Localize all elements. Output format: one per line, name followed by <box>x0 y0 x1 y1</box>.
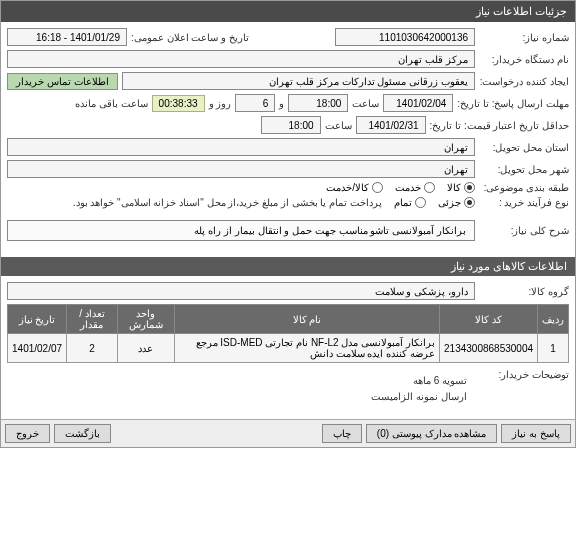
city-label: شهر محل تحویل: <box>479 164 569 175</box>
days-label: روز و <box>209 98 232 109</box>
contact-info-button[interactable]: اطلاعات تماس خریدار <box>7 73 118 90</box>
radio-service[interactable]: خدمت <box>395 182 435 193</box>
table-header-row: ردیف کد کالا نام کالا واحد شمارش تعداد /… <box>8 305 569 334</box>
reply-button[interactable]: پاسخ به نیاز <box>501 424 571 443</box>
radio-partial-dot <box>464 197 475 208</box>
goods-section-header: اطلاعات کالاهای مورد نیاز <box>1 257 575 276</box>
purchase-type-label: نوع فرآیند خرید : <box>479 197 569 208</box>
cell-qty: 2 <box>67 334 118 363</box>
purchase-type-radio-group: جزئی تمام <box>394 197 475 208</box>
req-no-value: 1101030642000136 <box>335 28 475 46</box>
radio-goods[interactable]: کالا <box>447 182 475 193</box>
radio-goods-label: کالا <box>447 182 461 193</box>
time-label-2: ساعت <box>325 120 352 131</box>
attachments-button[interactable]: مشاهده مدارک پیوستی (0) <box>366 424 498 443</box>
goods-table: ردیف کد کالا نام کالا واحد شمارش تعداد /… <box>7 304 569 363</box>
panel-title: جزئیات اطلاعات نیاز <box>476 5 567 17</box>
panel-header: جزئیات اطلاعات نیاز <box>1 1 575 22</box>
province-value: تهران <box>7 138 475 156</box>
deadline-time: 18:00 <box>288 94 348 112</box>
group-value: دارو، پزشکی و سلامت <box>7 282 475 300</box>
goods-area: گروه کالا: دارو، پزشکی و سلامت ردیف کد ک… <box>1 276 575 419</box>
notes-content: تسویه 6 ماهه ارسال نمونه الزامیست <box>363 369 475 409</box>
cell-name: برانکار آمبولانسی مدل NF-L2 نام تجارتی I… <box>175 334 440 363</box>
days-value: 6 <box>235 94 275 112</box>
province-label: استان محل تحویل: <box>479 142 569 153</box>
radio-full[interactable]: تمام <box>394 197 426 208</box>
category-label: طبقه بندی موضوعی: <box>479 182 569 193</box>
desc-box: برانکار آمبولانسی تاشو مناسب جهت حمل و ا… <box>7 220 475 241</box>
radio-goods-dot <box>464 182 475 193</box>
radio-partial-label: جزئی <box>438 197 461 208</box>
radio-both-label: کالا/خدمت <box>326 182 369 193</box>
print-button[interactable]: چاپ <box>322 424 362 443</box>
th-code: کد کالا <box>440 305 538 334</box>
radio-service-dot <box>424 182 435 193</box>
radio-both-dot <box>372 182 383 193</box>
and-label: و <box>279 98 284 109</box>
buyer-label: نام دستگاه خریدار: <box>479 54 569 65</box>
cell-unit: عدد <box>117 334 174 363</box>
radio-both[interactable]: کالا/خدمت <box>326 182 383 193</box>
deadline-date: 1401/02/04 <box>383 94 453 112</box>
radio-service-label: خدمت <box>395 182 421 193</box>
validity-label: حداقل تاریخ اعتبار قیمت: تا تاریخ: <box>430 120 569 131</box>
purchase-note: پرداخت تمام یا بخشی از مبلغ خرید،از محل … <box>73 197 382 208</box>
th-qty: تعداد / مقدار <box>67 305 118 334</box>
city-value: تهران <box>7 160 475 178</box>
th-name: نام کالا <box>175 305 440 334</box>
footer-toolbar: پاسخ به نیاز مشاهده مدارک پیوستی (0) چاپ… <box>1 419 575 447</box>
cell-row: 1 <box>538 334 569 363</box>
buyer-value: مرکز قلب تهران <box>7 50 475 68</box>
remaining-label: ساعت باقی مانده <box>75 98 148 109</box>
th-row: ردیف <box>538 305 569 334</box>
category-radio-group: کالا خدمت کالا/خدمت <box>326 182 475 193</box>
notes-label: توضیحات خریدار: <box>479 369 569 380</box>
th-unit: واحد شمارش <box>117 305 174 334</box>
pub-date-value: 1401/01/29 - 16:18 <box>7 28 127 46</box>
time-label-1: ساعت <box>352 98 379 109</box>
goods-section-title: اطلاعات کالاهای مورد نیاز <box>451 260 567 272</box>
radio-full-label: تمام <box>394 197 412 208</box>
back-button[interactable]: بازگشت <box>54 424 111 443</box>
validity-date: 1401/02/31 <box>356 116 426 134</box>
radio-partial[interactable]: جزئی <box>438 197 475 208</box>
group-label: گروه کالا: <box>479 286 569 297</box>
cell-date: 1401/02/07 <box>8 334 67 363</box>
pub-date-label: تاریخ و ساعت اعلان عمومی: <box>131 32 249 43</box>
radio-full-dot <box>415 197 426 208</box>
deadline-label: مهلت ارسال پاسخ: تا تاریخ: <box>457 98 569 109</box>
main-panel: جزئیات اطلاعات نیاز شماره نیاز: 11010306… <box>0 0 576 448</box>
th-date: تاریخ نیاز <box>8 305 67 334</box>
desc-label: شرح کلی نیاز: <box>479 225 569 236</box>
table-row[interactable]: 1 2134300868530004 برانکار آمبولانسی مدل… <box>8 334 569 363</box>
creator-value: یعقوب زرقانی مسئول تدارکات مرکز قلب تهرا… <box>122 72 475 90</box>
exit-button[interactable]: خروج <box>5 424 50 443</box>
cell-code: 2134300868530004 <box>440 334 538 363</box>
creator-label: ایجاد کننده درخواست: <box>479 76 569 87</box>
validity-time: 18:00 <box>261 116 321 134</box>
req-no-label: شماره نیاز: <box>479 32 569 43</box>
note-line-1: تسویه 6 ماهه <box>371 373 467 389</box>
countdown: 00:38:33 <box>152 95 205 112</box>
note-line-2: ارسال نمونه الزامیست <box>371 389 467 405</box>
form-area: شماره نیاز: 1101030642000136 تاریخ و ساع… <box>1 22 575 255</box>
